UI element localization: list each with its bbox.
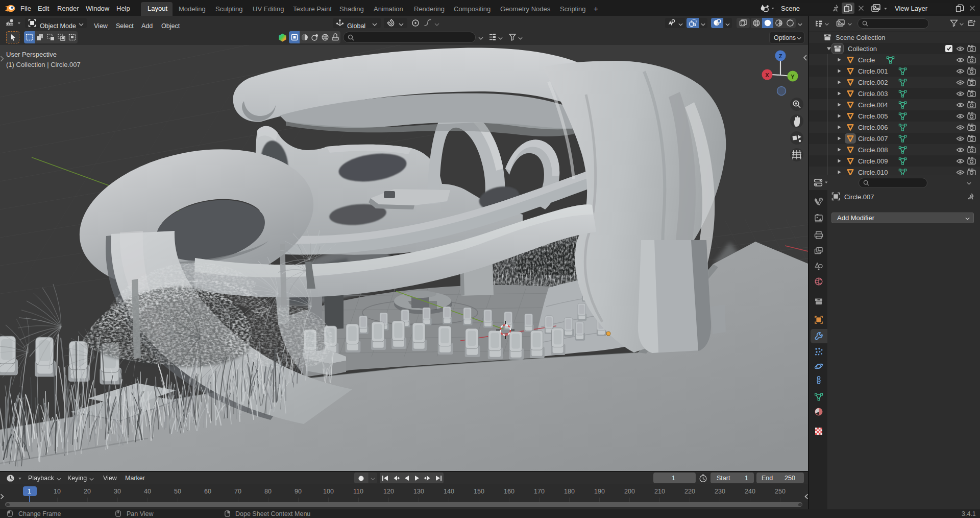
svg-text:Z: Z xyxy=(779,53,782,59)
svg-text:Y: Y xyxy=(791,74,795,80)
svg-text:X: X xyxy=(765,72,769,78)
